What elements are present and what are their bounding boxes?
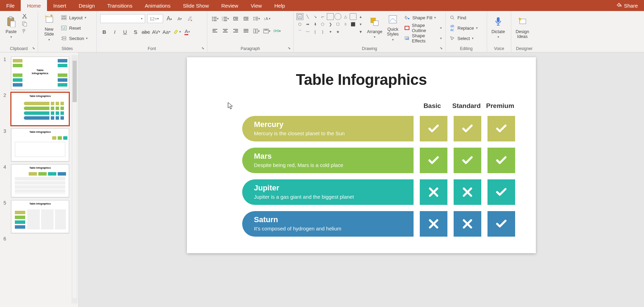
tab-help[interactable]: Help: [268, 0, 291, 11]
design-ideas-button[interactable]: Design Ideas: [513, 12, 531, 42]
shape-effects-button[interactable]: Shape Effects ▾: [402, 34, 443, 43]
section-button[interactable]: Section ▾: [59, 34, 89, 43]
slide-thumbnail-4[interactable]: Table Infographics: [11, 164, 69, 197]
columns-button[interactable]: ▾: [252, 27, 261, 35]
chevron-icon[interactable]: ❯: [327, 21, 334, 28]
underline-button[interactable]: U: [121, 28, 129, 36]
font-launcher[interactable]: ⬊: [201, 46, 204, 50]
table-row[interactable]: JupiterJupiter is a gas giant and the bi…: [242, 179, 515, 205]
table-row[interactable]: SaturnIt's composed of hydrogen and heli…: [242, 211, 515, 237]
shapes-scroll-up[interactable]: ▴: [357, 13, 364, 20]
new-slide-button[interactable]: New Slide ▾: [40, 12, 58, 42]
connector-icon[interactable]: ⌐: [319, 13, 326, 20]
shrink-font-button[interactable]: A▾: [176, 14, 184, 23]
row-label-pill[interactable]: SaturnIt's composed of hydrogen and heli…: [242, 211, 414, 237]
brace-right-icon[interactable]: }: [319, 28, 326, 35]
shadow-button[interactable]: S: [131, 28, 140, 36]
cross-cell[interactable]: [454, 179, 481, 205]
font-name-input[interactable]: ▾: [100, 14, 145, 23]
check-cell[interactable]: [487, 179, 515, 205]
brace-left-icon[interactable]: {: [312, 28, 319, 35]
dictate-button[interactable]: Dictate▾: [489, 12, 507, 42]
down-arrow-icon[interactable]: ⬇: [312, 21, 319, 28]
check-cell[interactable]: [487, 148, 515, 173]
cross-cell[interactable]: [420, 179, 447, 205]
layout-button[interactable]: Layout ▾: [59, 13, 89, 22]
bullets-button[interactable]: ▾: [211, 14, 219, 23]
table-row[interactable]: MercuryMercury is the closest planet to …: [242, 116, 515, 141]
tab-transitions[interactable]: Transitions: [101, 0, 139, 11]
highlight-button[interactable]: ▾: [173, 28, 181, 36]
check-cell[interactable]: [454, 116, 481, 141]
smartart-button[interactable]: ▾: [273, 27, 281, 35]
slide-editor[interactable]: Table Infographics Basic Standard Premiu…: [79, 52, 644, 307]
cut-button[interactable]: [21, 13, 28, 19]
arc-icon[interactable]: ⌒: [296, 28, 303, 35]
table-row[interactable]: MarsDespite being red, Mars is a cold pl…: [242, 148, 515, 173]
callout-icon[interactable]: ☐: [334, 21, 341, 28]
select-button[interactable]: Select ▾: [448, 34, 479, 43]
triangle-shape-icon[interactable]: △: [342, 13, 349, 20]
row-label-pill[interactable]: MarsDespite being red, Mars is a cold pl…: [242, 148, 414, 173]
quick-styles-button[interactable]: Quick Styles ▾: [385, 12, 401, 42]
rectangle-shape-icon[interactable]: [327, 13, 334, 20]
slide-thumbnail-2[interactable]: Table Infographics: [11, 92, 69, 126]
right-arrow-icon[interactable]: ➡: [304, 21, 311, 28]
line-arrow-icon[interactable]: ↘: [312, 13, 319, 20]
align-left-button[interactable]: [211, 27, 219, 35]
check-cell[interactable]: [420, 148, 447, 173]
tab-file[interactable]: File: [0, 0, 21, 11]
find-button[interactable]: Find: [448, 13, 479, 22]
oval-shape-icon[interactable]: [334, 13, 341, 20]
share-button[interactable]: Share: [610, 0, 644, 11]
increase-indent-button[interactable]: [242, 14, 250, 23]
star4-icon[interactable]: ✦: [327, 28, 334, 35]
tab-design[interactable]: Design: [73, 0, 101, 11]
row-label-pill[interactable]: JupiterJupiter is a gas giant and the bi…: [242, 179, 414, 205]
arrange-button[interactable]: Arrange▾: [366, 12, 383, 42]
slide-thumbnail-3[interactable]: Table Infographics: [11, 128, 69, 161]
italic-button[interactable]: I: [111, 28, 119, 36]
rounded-rect-icon[interactable]: [350, 13, 357, 20]
shapes-more[interactable]: ▼: [357, 28, 364, 35]
justify-button[interactable]: [242, 27, 250, 35]
character-spacing-button[interactable]: AV▾: [152, 28, 160, 36]
slide-thumbnail-1[interactable]: Table Infographics: [11, 57, 69, 90]
check-cell[interactable]: [454, 148, 481, 173]
tab-animations[interactable]: Animations: [139, 0, 177, 11]
slide-title[interactable]: Table Infographics: [208, 71, 515, 88]
hexagon-icon[interactable]: ⬡: [296, 21, 303, 28]
cross-cell[interactable]: [454, 211, 481, 237]
row-label-pill[interactable]: MercuryMercury is the closest planet to …: [242, 116, 414, 141]
font-size-input[interactable]: 12+ ▾: [147, 14, 163, 23]
check-cell[interactable]: [420, 116, 447, 141]
clipboard-launcher[interactable]: ⬊: [32, 46, 35, 50]
drawing-launcher[interactable]: ⬊: [440, 46, 443, 50]
check-cell[interactable]: [487, 211, 515, 237]
curve-icon[interactable]: 〰: [304, 28, 311, 35]
bold-button[interactable]: B: [100, 28, 108, 36]
scrollbar-thumb[interactable]: [73, 61, 77, 102]
slide-canvas[interactable]: Table Infographics Basic Standard Premiu…: [187, 57, 536, 253]
reset-button[interactable]: Reset: [59, 23, 89, 32]
pentagon-arrow-icon[interactable]: ⬠: [319, 21, 326, 28]
infographic-table[interactable]: Basic Standard Premium MercuryMercury is…: [242, 102, 515, 237]
column-header[interactable]: Standard: [452, 102, 480, 110]
speech-icon[interactable]: ◊: [342, 21, 349, 28]
star5-icon[interactable]: ★: [334, 28, 341, 35]
align-center-button[interactable]: [221, 27, 229, 35]
paste-button[interactable]: Paste▾: [2, 12, 20, 42]
shape-outline-button[interactable]: Shape Outline ▾: [402, 23, 443, 32]
column-header[interactable]: Premium: [486, 102, 514, 110]
copy-button[interactable]: [21, 21, 28, 27]
shapes-scroll-down[interactable]: ▾: [357, 21, 364, 28]
font-color-button[interactable]: A▾: [183, 28, 191, 36]
format-painter-button[interactable]: [21, 28, 28, 34]
tab-home[interactable]: Home: [21, 0, 47, 11]
check-cell[interactable]: [487, 116, 515, 141]
change-case-button[interactable]: Aa▾: [162, 28, 171, 36]
cross-cell[interactable]: [420, 211, 447, 237]
tab-slideshow[interactable]: Slide Show: [177, 0, 215, 11]
line-shape-icon[interactable]: ╲: [304, 13, 311, 20]
thumbnails-scrollbar[interactable]: [72, 55, 78, 304]
